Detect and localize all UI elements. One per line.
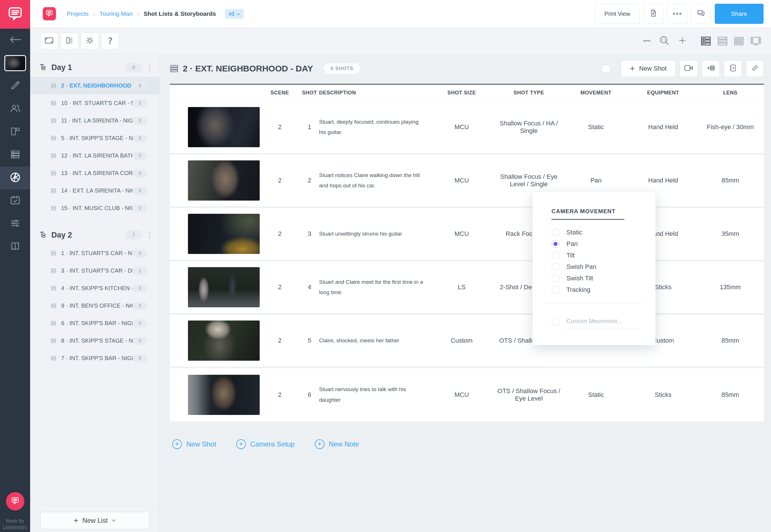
- movement-option-static[interactable]: Static: [551, 227, 647, 238]
- project-logo[interactable]: [43, 7, 56, 20]
- zoom-reset-button[interactable]: 1:1: [659, 35, 669, 47]
- movement-option-tracking[interactable]: Tracking: [551, 284, 647, 296]
- scene-list-item[interactable]: 10 · INT. STUART'S CAR - NIGHT 0: [30, 94, 160, 112]
- help-button[interactable]: ?: [101, 33, 119, 49]
- project-thumbnail[interactable]: [0, 52, 30, 75]
- shot-row-3[interactable]: 2 3 Stuart unwittingly strums his guitar…: [170, 208, 764, 261]
- scene-list-item[interactable]: 13 · INT. LA SIRENITA CORRID... 0: [30, 164, 160, 182]
- shot-description[interactable]: Stuart unwittingly strums his guitar: [319, 229, 428, 239]
- leanometry-logo[interactable]: [6, 492, 24, 510]
- made-by-credit[interactable]: Made By Leanometry: [3, 518, 27, 530]
- sidebar-item-stripboard[interactable]: [0, 143, 30, 166]
- movement-option-pan[interactable]: Pan: [551, 238, 647, 250]
- new-shot-link[interactable]: + New Shot: [172, 439, 216, 449]
- shot-description[interactable]: Stuart, deeply focused, continues playin…: [319, 117, 428, 137]
- back-button[interactable]: [0, 29, 30, 52]
- scene-list-item[interactable]: 12 · INT. LA SIRENITA BATHRO... 0: [30, 147, 160, 164]
- storyboard-thumbnail[interactable]: [188, 321, 260, 361]
- movement-value[interactable]: Static: [562, 123, 630, 131]
- scene-list-item[interactable]: 8 · INT. SKIPP'S STAGE - NIGHT 0: [30, 332, 160, 350]
- movement-value[interactable]: Pan: [562, 177, 630, 184]
- scene-list-item[interactable]: 4 · INT. SKIPP'S KITCHEN - NIG... 0: [30, 279, 160, 297]
- shot-row-4[interactable]: 2 4 Stuart and Claire meet for the first…: [170, 261, 764, 315]
- movement-option-swish-tilt[interactable]: Swish Tilt: [551, 273, 647, 284]
- shot-size-value[interactable]: MCU: [428, 391, 495, 399]
- app-logo[interactable]: [0, 0, 30, 29]
- movement-option-swish-pan[interactable]: Swish Pan: [551, 261, 647, 273]
- view-toggle-rows[interactable]: [717, 36, 728, 46]
- export-button[interactable]: [643, 4, 663, 24]
- shot-type-value[interactable]: Shallow Focus / HA / Single: [495, 120, 562, 135]
- storyboard-thumbnail[interactable]: [188, 375, 260, 415]
- scene-list-item[interactable]: 11 · INT. LA SIRENITA - NIGHT 0: [30, 112, 160, 129]
- notes-button[interactable]: [724, 61, 742, 77]
- scene-list-item[interactable]: 9 · INT. BEN'S OFFICE - NIGHT 0: [30, 297, 160, 314]
- shot-size-value[interactable]: MCU: [428, 177, 495, 184]
- shot-description[interactable]: Stuart notices Claire walking down the h…: [319, 170, 428, 191]
- view-toggle-grid[interactable]: [734, 36, 744, 46]
- shot-size-value[interactable]: Custom: [428, 337, 495, 344]
- storyboard-thumbnail[interactable]: [188, 267, 260, 307]
- lens-value[interactable]: 85mm: [697, 337, 764, 344]
- custom-movement-input[interactable]: Custom Movement...: [566, 318, 622, 324]
- movement-option-tilt[interactable]: Tilt: [551, 250, 647, 261]
- shot-row-1[interactable]: 2 1 Stuart, deeply focused, continues pl…: [170, 101, 764, 155]
- shot-description[interactable]: Stuart and Claire meet for the first tim…: [319, 277, 428, 298]
- shot-type-value[interactable]: Shallow Focus / Eye Level / Single: [495, 173, 562, 188]
- equipment-value[interactable]: Sticks: [630, 391, 697, 399]
- print-view-button[interactable]: Print View: [595, 4, 640, 24]
- settings-button[interactable]: [81, 33, 99, 49]
- day-menu-button[interactable]: [145, 62, 154, 73]
- comments-button[interactable]: [691, 4, 711, 24]
- shot-size-value[interactable]: MCU: [428, 123, 495, 131]
- sidebar-item-shot-lists[interactable]: [0, 166, 30, 189]
- shot-size-value[interactable]: LS: [428, 284, 495, 291]
- add-strip-button[interactable]: [702, 61, 720, 77]
- view-toggle-list-thumbnails[interactable]: [700, 36, 711, 46]
- storyboard-thumbnail[interactable]: [188, 160, 260, 201]
- sidebar-item-calendar[interactable]: [0, 189, 30, 212]
- more-options-button[interactable]: [667, 4, 687, 24]
- version-selector[interactable]: v1: [225, 9, 244, 19]
- scene-list-item[interactable]: 15 · INT. MUSIC CLUB - NIGHT 0: [30, 199, 160, 217]
- zoom-out-button[interactable]: [643, 40, 650, 41]
- link-button[interactable]: [746, 61, 764, 77]
- scene-list-item[interactable]: 3 · INT. STUART'S CAR - DUSK 1: [30, 262, 160, 279]
- scene-list-item[interactable]: 14 · EXT. LA SIRENITA - NIGHT 0: [30, 182, 160, 199]
- lens-value[interactable]: Fish-eye / 30mm: [697, 123, 764, 131]
- new-note-link[interactable]: + New Note: [315, 439, 359, 449]
- camera-setup-link[interactable]: + Camera Setup: [236, 439, 295, 449]
- storyboard-thumbnail[interactable]: [188, 214, 260, 254]
- custom-movement-option[interactable]: Custom Movement...: [551, 318, 647, 329]
- equipment-value[interactable]: Hand Held: [630, 177, 697, 184]
- lens-value[interactable]: 85mm: [697, 177, 764, 184]
- day-2-header[interactable]: Day 2 7: [30, 226, 160, 244]
- day-menu-button[interactable]: [145, 229, 154, 241]
- sidebar-item-settings-sliders[interactable]: [0, 212, 30, 235]
- day-1-header[interactable]: Day 1 6: [30, 58, 160, 77]
- new-list-button[interactable]: + New List: [40, 512, 149, 529]
- select-all-checkbox[interactable]: [602, 64, 610, 73]
- equipment-value[interactable]: Hand Held: [630, 123, 697, 131]
- sidebar-item-reports[interactable]: [0, 235, 30, 258]
- sidebar-item-contacts[interactable]: [0, 98, 30, 121]
- view-toggle-storyboard[interactable]: [750, 36, 762, 46]
- shot-size-value[interactable]: MCU: [428, 230, 495, 238]
- made-by-link[interactable]: Leanometry: [3, 524, 27, 530]
- breadcrumb-projects[interactable]: Projects: [67, 10, 89, 17]
- shot-row-2[interactable]: 2 2 Stuart notices Claire walking down t…: [170, 155, 764, 208]
- share-button[interactable]: Share: [715, 4, 764, 24]
- scene-list-item[interactable]: 1 · INT. STUART'S CAR - NIGHT 0: [30, 244, 160, 262]
- lens-value[interactable]: 135mm: [697, 284, 764, 291]
- shot-type-value[interactable]: OTS / Shallow Focus / Eye Level: [495, 387, 562, 402]
- scene-list-item[interactable]: 5 · INT. SKIPP'S STAGE - NIGHT 0: [30, 129, 160, 147]
- shot-row-5[interactable]: 2 5 Claire, shocked, meets her father Cu…: [170, 315, 764, 368]
- breadcrumb-project-name[interactable]: Touring Man: [100, 10, 133, 17]
- movement-value[interactable]: Static: [562, 391, 630, 399]
- aspect-ratio-button[interactable]: [40, 33, 58, 49]
- storyboard-thumbnail[interactable]: [188, 107, 260, 147]
- layout-columns-button[interactable]: [61, 33, 78, 49]
- scene-list-item[interactable]: 2 · EXT. NEIGHBORHOOD - D... 6: [30, 77, 160, 94]
- scene-list-scroll[interactable]: Day 1 6 2 · EXT. NEIGHBORHOOD - D... 6 1…: [30, 54, 160, 505]
- scene-list-item[interactable]: 6 · INT. SKIPP'S BAR - NIGHT 0: [30, 314, 160, 332]
